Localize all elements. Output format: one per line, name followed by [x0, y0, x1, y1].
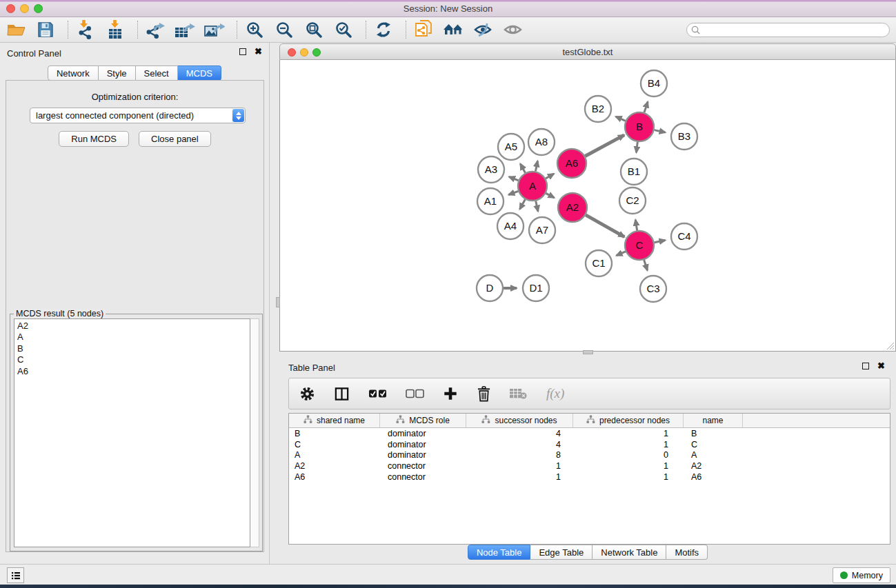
graph-edge-A-A2[interactable] [546, 193, 554, 197]
table-tabs: Node TableEdge TableNetwork TableMotifs [279, 545, 896, 560]
table-cell: C [289, 440, 380, 449]
column-header-name[interactable]: name [684, 414, 743, 427]
zoom-in-icon[interactable] [244, 19, 265, 40]
main-toolbar [0, 17, 896, 43]
mcds-list-scrollbar[interactable] [250, 318, 259, 547]
zoom-selected-icon[interactable] [333, 19, 354, 40]
table-row[interactable]: Adominator80A [289, 450, 890, 461]
close-table-panel-icon[interactable]: ✖ [877, 363, 885, 369]
function-builder-icon[interactable]: f(x) [546, 386, 564, 401]
float-table-panel-icon[interactable] [862, 363, 869, 369]
export-network-icon[interactable] [145, 19, 166, 40]
window-title: Session: New Session [0, 3, 896, 14]
graph-edge-A-A7[interactable] [536, 201, 538, 211]
graph-edge-A6-B[interactable] [585, 135, 624, 156]
zoom-out-icon[interactable] [274, 19, 295, 40]
tab-select[interactable]: Select [136, 65, 178, 81]
tab-network-table[interactable]: Network Table [593, 545, 666, 560]
tab-mcds[interactable]: MCDS [178, 65, 221, 81]
close-panel-button[interactable]: Close panel [139, 131, 211, 147]
table-cell: connector [380, 461, 466, 471]
table-cell: A2 [289, 461, 380, 471]
mcds-result-title: MCDS result (5 nodes) [14, 309, 106, 318]
graph-edge-B-B2[interactable] [616, 116, 626, 121]
graph-edge-A2-C[interactable] [586, 215, 624, 237]
tab-node-table[interactable]: Node Table [468, 545, 531, 560]
float-panel-icon[interactable] [239, 48, 246, 55]
column-header-MCDS-role[interactable]: MCDS role [380, 414, 466, 427]
table-settings-icon[interactable] [299, 386, 315, 402]
show-columns-icon[interactable] [334, 386, 350, 402]
hide-details-icon[interactable] [472, 19, 493, 40]
graph-node-label: C [636, 239, 644, 251]
graph-edge-A-A6[interactable] [546, 174, 554, 179]
table-row[interactable]: Cdominator41C [289, 439, 890, 450]
tab-edge-table[interactable]: Edge Table [530, 545, 593, 560]
graph-edge-B-B3[interactable] [655, 130, 666, 132]
criterion-select[interactable]: largest connected component (directed) [30, 108, 246, 123]
import-table-icon[interactable] [105, 19, 126, 40]
table-cell: connector [380, 472, 466, 482]
table-row[interactable]: A2connector11A2 [289, 460, 890, 472]
export-table-icon[interactable] [175, 19, 195, 40]
graph-edge-A-A3[interactable] [509, 176, 519, 180]
table-cell: 8 [466, 450, 573, 460]
graph-node-label: C2 [626, 194, 639, 206]
table-row[interactable]: Bdominator41B [289, 428, 890, 439]
graph-edge-A-A1[interactable] [508, 191, 518, 194]
first-neighbors-icon[interactable] [443, 19, 464, 40]
graph-edge-B-B1[interactable] [636, 142, 637, 152]
refresh-icon[interactable] [373, 19, 394, 40]
export-image-icon[interactable] [204, 19, 225, 40]
graph-edge-C-C4[interactable] [655, 240, 666, 242]
mcds-result-item[interactable]: C [17, 354, 250, 365]
column-header-shared-name[interactable]: shared name [289, 414, 380, 427]
resize-grip-icon[interactable] [886, 341, 894, 349]
tab-motifs[interactable]: Motifs [666, 545, 708, 560]
graph-edge-C-C3[interactable] [644, 260, 648, 270]
close-panel-icon[interactable]: ✖ [255, 48, 262, 55]
run-mcds-button[interactable]: Run MCDS [59, 131, 129, 147]
network-from-document-icon[interactable] [413, 19, 434, 40]
network-window-titlebar[interactable]: testGlobe.txt [279, 43, 896, 60]
delete-columns-icon[interactable] [477, 386, 491, 402]
show-details-icon[interactable] [502, 19, 523, 40]
memory-button[interactable]: Memory [833, 567, 890, 583]
horizontal-scroll-thumb[interactable] [583, 350, 593, 354]
table-cell: 1 [466, 461, 573, 471]
workspace: Control Panel ✖ NetworkStyleSelectMCDS O… [0, 43, 896, 564]
mcds-result-list[interactable]: A2ABCA6 [14, 318, 250, 547]
column-header-successor-nodes[interactable]: successor nodes [466, 414, 573, 427]
select-all-icon[interactable] [368, 388, 387, 399]
graph-edge-A-A8[interactable] [535, 161, 537, 171]
save-session-icon[interactable] [35, 19, 56, 40]
graph-edge-C-C1[interactable] [617, 252, 626, 256]
delete-table-icon[interactable] [510, 387, 528, 400]
open-session-icon[interactable] [6, 19, 26, 40]
tab-network[interactable]: Network [48, 65, 99, 81]
mcds-result-item[interactable]: A2 [17, 321, 250, 332]
graph-edge-A-A4[interactable] [520, 199, 526, 209]
graph-edge-A-A5[interactable] [520, 164, 525, 173]
graph-edge-C-C2[interactable] [635, 220, 637, 231]
deselect-all-icon[interactable] [406, 388, 424, 399]
window-titlebar[interactable]: Session: New Session [0, 0, 896, 17]
memory-status-icon [840, 571, 848, 579]
vertical-scroll-thumb[interactable] [276, 297, 280, 307]
import-network-icon[interactable] [75, 19, 96, 40]
task-history-button[interactable] [7, 567, 24, 583]
column-header-predecessor-nodes[interactable]: predecessor nodes [573, 414, 684, 427]
column-header-empty[interactable] [743, 414, 890, 427]
zoom-fit-icon[interactable] [303, 19, 324, 40]
search-input[interactable] [686, 23, 890, 37]
network-canvas[interactable]: B4B2BB3A8A5A6A3B1AA1C2A2A4A7C4CC1C3DD1 [279, 60, 896, 352]
graph-edge-B-B4[interactable] [644, 102, 648, 113]
graph-node-label: A2 [566, 201, 579, 213]
tab-style[interactable]: Style [99, 65, 136, 81]
mcds-result-item[interactable]: A [17, 332, 250, 343]
mcds-result-item[interactable]: B [17, 343, 250, 354]
table-row[interactable]: A6connector11A6 [289, 472, 890, 483]
mcds-result-item[interactable]: A6 [17, 366, 250, 377]
create-column-icon[interactable] [443, 386, 458, 401]
table-cell: A6 [684, 472, 743, 482]
